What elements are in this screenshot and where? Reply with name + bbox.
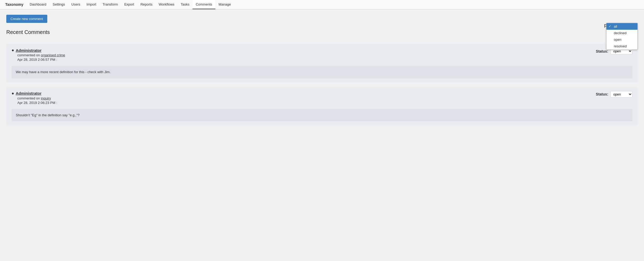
status-select-1[interactable]: open declined resolved <box>610 91 632 98</box>
dropdown-option-declined[interactable]: declined <box>606 30 637 36</box>
comment-on-0: commented on organised crime <box>17 53 65 57</box>
nav-item-reports[interactable]: Reports <box>137 0 156 9</box>
nav-item-workflows[interactable]: Workflows <box>155 0 178 9</box>
comment-author-0[interactable]: Administrator <box>16 48 41 53</box>
comment-card-0: ● Administrator commented on organised c… <box>6 44 638 83</box>
nav-item-import[interactable]: Import <box>84 0 100 9</box>
nav-item-transform[interactable]: Transform <box>99 0 121 9</box>
nav-item-comments[interactable]: Comments <box>193 0 215 9</box>
nav-brand[interactable]: Taxonomy <box>2 0 27 9</box>
comment-link-0[interactable]: organised crime <box>41 53 65 57</box>
navbar: Taxonomy Dashboard Settings Users Import… <box>0 0 644 9</box>
comment-header-0: ● Administrator commented on organised c… <box>12 48 632 62</box>
section-title: Recent Comments <box>6 29 50 35</box>
status-label-1: Status: <box>596 92 608 96</box>
filter-status-container: Filter by Status all declined open resol… <box>604 23 638 29</box>
nav-item-export[interactable]: Export <box>121 0 137 9</box>
dropdown-option-resolved[interactable]: resolved <box>606 43 637 49</box>
comment-timestamp-1: Apr 28, 2019 2:06:23 PM : <box>17 101 57 105</box>
dropdown-options: all declined open resolved <box>606 23 638 50</box>
comment-author-1[interactable]: Administrator <box>16 91 41 96</box>
comment-status-area-1: Status: open declined resolved <box>596 91 632 98</box>
dropdown-option-open[interactable]: open <box>606 36 637 43</box>
main-content: Create new comment Recent Comments Filte… <box>0 9 644 261</box>
nav-item-dashboard[interactable]: Dashboard <box>27 0 50 9</box>
comment-header-1: ● Administrator commented on inquiry Apr… <box>12 91 632 105</box>
status-label-0: Status: <box>596 49 608 53</box>
comment-link-1[interactable]: inquiry <box>41 96 51 100</box>
comment-body-1: Shouldn't "Eg" in the definition say "e.… <box>12 109 632 122</box>
nav-item-users[interactable]: Users <box>68 0 84 9</box>
comment-list: ● Administrator commented on organised c… <box>6 44 638 126</box>
create-new-comment-button[interactable]: Create new comment <box>6 15 47 23</box>
comment-card-1: ● Administrator commented on inquiry Apr… <box>6 87 638 126</box>
comment-timestamp-0: Apr 28, 2019 2:06:57 PM : <box>17 58 65 62</box>
nav-item-manage[interactable]: Manage <box>215 0 234 9</box>
comment-body-0: We may have a more recent definition for… <box>12 66 632 78</box>
nav-item-tasks[interactable]: Tasks <box>178 0 193 9</box>
comment-author-row-1: ● Administrator <box>12 91 57 96</box>
filter-row: Recent Comments Filter by Status all dec… <box>6 23 638 39</box>
comment-meta-0: ● Administrator commented on organised c… <box>12 48 65 62</box>
user-icon-1: ● <box>12 91 14 96</box>
dropdown-option-all[interactable]: all <box>606 23 637 30</box>
comment-meta-1: ● Administrator commented on inquiry Apr… <box>12 91 57 105</box>
user-icon-0: ● <box>12 48 14 53</box>
comment-author-row-0: ● Administrator <box>12 48 65 53</box>
comment-on-1: commented on inquiry <box>17 96 57 100</box>
nav-item-settings[interactable]: Settings <box>50 0 68 9</box>
